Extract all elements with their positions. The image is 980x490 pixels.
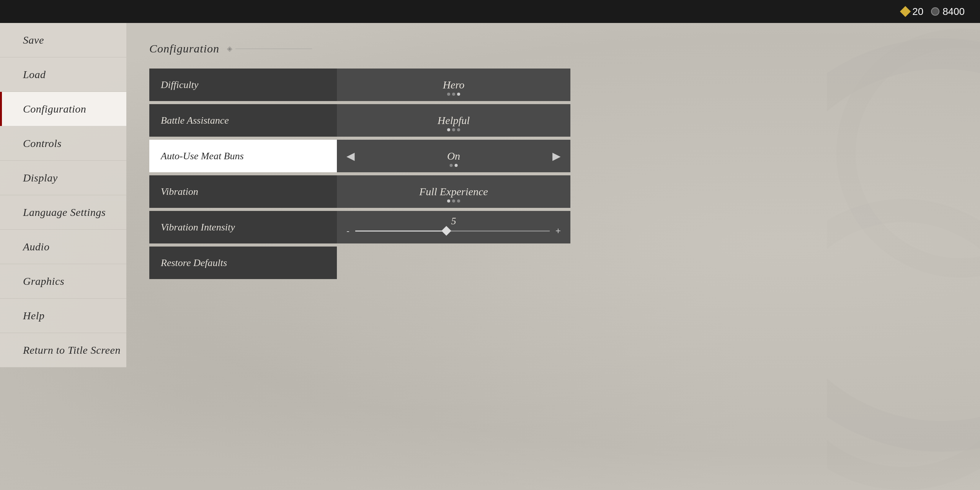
dot-1	[447, 199, 450, 203]
battle-assistance-dots	[447, 128, 460, 131]
ornament-icon: ◈	[227, 44, 232, 53]
battle-assistance-value-cell[interactable]: Helpful	[337, 104, 570, 137]
setting-row-difficulty[interactable]: Difficulty Hero	[149, 69, 570, 101]
page-title: Configuration	[149, 42, 219, 55]
vibration-dots	[447, 199, 460, 203]
setting-row-auto-use-meat-buns[interactable]: Auto-Use Meat Buns ◀ On ▶	[149, 140, 570, 172]
difficulty-dots	[447, 93, 460, 96]
vibration-label-cell: Vibration	[149, 175, 337, 208]
vibration-intensity-label-cell: Vibration Intensity	[149, 211, 337, 243]
auto-use-label: Auto-Use Meat Buns	[161, 150, 244, 162]
dot-3	[457, 93, 460, 96]
dot-3	[457, 199, 460, 203]
setting-row-battle-assistance[interactable]: Battle Assistance Helpful	[149, 104, 570, 137]
difficulty-value-cell[interactable]: Hero	[337, 69, 570, 101]
sidebar-item-help[interactable]: Help	[0, 299, 126, 333]
sidebar-item-load[interactable]: Load	[0, 57, 126, 92]
restore-defaults-label: Restore Defaults	[161, 257, 227, 269]
battle-assistance-label-cell: Battle Assistance	[149, 104, 337, 137]
auto-use-left-arrow[interactable]: ◀	[346, 150, 355, 162]
slider-increase-button[interactable]: +	[555, 225, 561, 236]
main-content: Configuration ◈ Difficulty Hero	[126, 23, 980, 490]
vibration-intensity-label: Vibration Intensity	[161, 222, 235, 233]
vibration-label: Vibration	[161, 186, 198, 198]
top-bar: 20 8400	[0, 0, 980, 23]
config-header: Configuration ◈	[149, 42, 957, 55]
dot-1	[447, 128, 450, 131]
slider-decrease-button[interactable]: -	[346, 225, 350, 236]
sidebar-item-audio[interactable]: Audio	[0, 230, 126, 264]
dot-2	[455, 164, 458, 167]
slider-fill	[355, 230, 443, 232]
sidebar-item-graphics[interactable]: Graphics	[0, 264, 126, 299]
dot-2	[452, 199, 455, 203]
slider-current-value: 5	[451, 216, 456, 227]
dot-1	[447, 93, 450, 96]
vibration-value: Full Experience	[419, 186, 488, 198]
sidebar-item-display[interactable]: Display	[0, 161, 126, 195]
sidebar: Save Load Configuration Controls Display…	[0, 23, 126, 490]
battle-assistance-label: Battle Assistance	[161, 115, 229, 126]
auto-use-dots	[450, 164, 458, 167]
setting-row-restore[interactable]: Restore Defaults	[149, 247, 570, 279]
dot-3	[457, 128, 460, 131]
dot-2	[452, 128, 455, 131]
setting-row-vibration-intensity[interactable]: Vibration Intensity 5 - +	[149, 211, 570, 243]
sidebar-item-configuration[interactable]: Configuration	[0, 92, 126, 126]
vibration-intensity-slider-container[interactable]: 5 - +	[337, 211, 570, 243]
sidebar-item-save[interactable]: Save	[0, 23, 126, 57]
currency-2-value: 8400	[942, 6, 965, 18]
battle-assistance-value: Helpful	[438, 114, 470, 127]
currency-2: 8400	[931, 6, 965, 18]
slider-thumb[interactable]	[441, 226, 451, 235]
auto-use-label-cell: Auto-Use Meat Buns	[149, 140, 337, 172]
sidebar-item-return-to-title[interactable]: Return to Title Screen	[0, 333, 126, 368]
circle-icon	[931, 7, 939, 16]
sidebar-item-language-settings[interactable]: Language Settings	[0, 195, 126, 230]
difficulty-label-cell: Difficulty	[149, 69, 337, 101]
setting-row-vibration[interactable]: Vibration Full Experience	[149, 175, 570, 208]
auto-use-value: On	[447, 150, 460, 162]
settings-container: Difficulty Hero Battle Assistance Helpfu…	[149, 69, 570, 279]
restore-defaults-button[interactable]: Restore Defaults	[149, 247, 337, 279]
diamond-icon	[900, 6, 911, 17]
sidebar-item-controls[interactable]: Controls	[0, 126, 126, 161]
dot-1	[450, 164, 453, 167]
vibration-value-cell[interactable]: Full Experience	[337, 175, 570, 208]
auto-use-right-arrow[interactable]: ▶	[552, 150, 561, 162]
auto-use-value-cell[interactable]: ◀ On ▶	[337, 140, 570, 172]
dot-2	[452, 93, 455, 96]
currency-1-value: 20	[912, 6, 923, 18]
difficulty-label: Difficulty	[161, 79, 198, 91]
slider-track[interactable]	[355, 230, 550, 232]
currency-1: 20	[902, 6, 923, 18]
difficulty-value: Hero	[443, 79, 465, 91]
